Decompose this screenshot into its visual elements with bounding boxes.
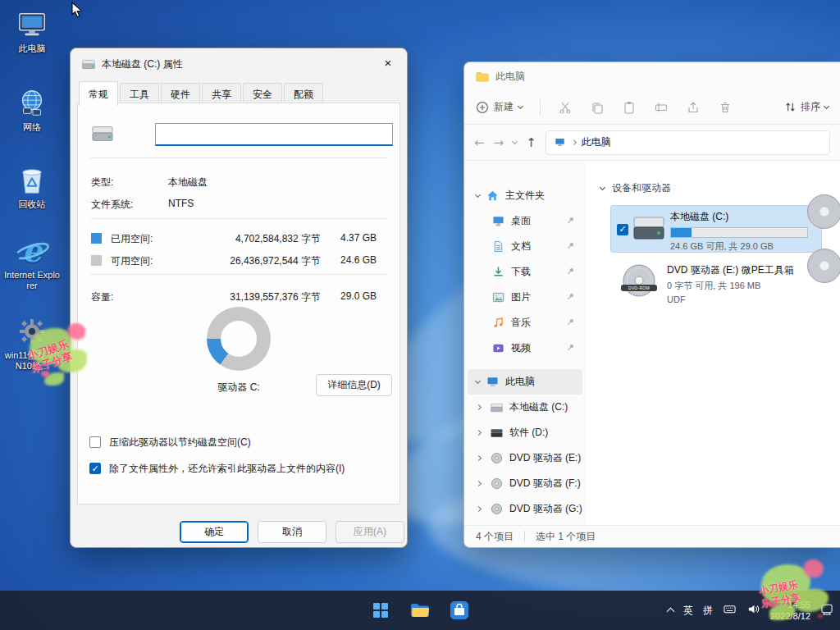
navigation-pane: 主文件夹 桌面 文档 下载 图片 bbox=[464, 162, 586, 525]
explorer-taskbar-icon[interactable] bbox=[404, 594, 436, 627]
touch-keyboard-icon[interactable] bbox=[723, 603, 737, 618]
ime-mode-english[interactable]: 英 bbox=[683, 604, 693, 618]
expand-icon[interactable] bbox=[476, 506, 482, 512]
sidebar-item-dvd-g[interactable]: DVD 驱动器 (G:) bbox=[468, 496, 582, 522]
capacity-label: 容量: bbox=[91, 290, 113, 304]
rename-button[interactable] bbox=[654, 100, 669, 115]
store-taskbar-icon[interactable] bbox=[443, 594, 476, 627]
explorer-titlebar[interactable]: 此电脑 bbox=[464, 62, 840, 90]
details-button[interactable]: 详细信息(D) bbox=[316, 374, 392, 396]
desktop-icon-internet-explorer[interactable]: e Internet Explorer bbox=[3, 235, 61, 291]
internet-explorer-icon: e bbox=[3, 235, 61, 267]
command-bar: 新建 排序 bbox=[464, 90, 840, 125]
music-icon bbox=[492, 317, 504, 329]
expand-icon[interactable] bbox=[475, 191, 481, 197]
sidebar-item-dvd-f[interactable]: DVD 驱动器 (F:) bbox=[468, 471, 582, 496]
expand-icon[interactable] bbox=[475, 377, 481, 383]
used-bytes: 4,702,584,832 字节 bbox=[181, 232, 321, 246]
capacity-size: 29.0 GB bbox=[324, 290, 377, 302]
files-pane: 设备和驱动器 ✓ 本地磁盘 (C:) 24.6 GB 可用, 共 29.0 GB… bbox=[586, 162, 840, 525]
breadcrumb[interactable]: 此电脑 bbox=[582, 135, 611, 149]
back-icon[interactable]: ← bbox=[474, 135, 485, 150]
store-icon bbox=[450, 600, 469, 620]
sidebar-item-downloads[interactable]: 下载 bbox=[468, 259, 582, 285]
explorer-title: 此电脑 bbox=[495, 70, 525, 84]
tray-date: 2022/8/12 bbox=[770, 610, 810, 622]
desktop-icon-recycle-bin[interactable]: 回收站 bbox=[3, 164, 61, 210]
group-header-devices[interactable]: 设备和驱动器 bbox=[600, 181, 840, 195]
clock[interactable]: 14:55 2022/8/12 bbox=[770, 599, 810, 622]
free-bytes: 26,436,972,544 字节 bbox=[181, 254, 321, 268]
sidebar-item-documents[interactable]: 文档 bbox=[468, 234, 582, 259]
index-checkbox[interactable]: ✓ bbox=[89, 463, 101, 474]
type-value: 本地磁盘 bbox=[168, 176, 208, 189]
cancel-button[interactable]: 取消 bbox=[258, 521, 326, 543]
address-bar[interactable]: 此电脑 bbox=[546, 130, 830, 155]
status-divider bbox=[524, 531, 525, 542]
document-icon bbox=[492, 240, 504, 253]
sidebar-item-this-pc[interactable]: 此电脑 bbox=[468, 369, 582, 395]
drive-icon bbox=[92, 125, 113, 145]
used-label: 已用空间: bbox=[111, 232, 153, 246]
sort-button[interactable]: 排序 bbox=[784, 100, 829, 114]
start-button[interactable] bbox=[364, 594, 397, 627]
ime-mode-pinyin[interactable]: 拼 bbox=[703, 604, 713, 618]
desktop-icon-win11-restore[interactable]: win11恢复 WIN10经... bbox=[3, 315, 61, 372]
sidebar-item-home[interactable]: 主文件夹 bbox=[468, 183, 582, 208]
expand-icon[interactable] bbox=[476, 404, 482, 410]
notification-center-icon[interactable] bbox=[820, 603, 833, 618]
share-button[interactable] bbox=[686, 100, 701, 115]
recent-locations-icon[interactable] bbox=[512, 138, 518, 144]
sidebar-item-music[interactable]: 音乐 bbox=[468, 310, 582, 336]
collapse-icon[interactable] bbox=[600, 184, 605, 189]
desktop-icon-network[interactable]: 网络 bbox=[3, 87, 61, 133]
expand-icon[interactable] bbox=[476, 430, 482, 436]
this-pc-icon bbox=[554, 137, 566, 148]
dvd-rom-label: DVD-ROM bbox=[621, 285, 657, 291]
up-icon[interactable]: ↑ bbox=[526, 135, 536, 150]
ok-button[interactable]: 确定 bbox=[180, 521, 249, 543]
partial-item-icon bbox=[807, 194, 840, 229]
new-button[interactable]: 新建 bbox=[476, 100, 523, 114]
properties-dialog: 本地磁盘 (C:) 属性 × 常规 工具 硬件 共享 安全 配额 类型: 本地磁… bbox=[70, 48, 408, 548]
expand-icon[interactable] bbox=[476, 481, 482, 486]
home-icon bbox=[486, 189, 499, 202]
free-label: 可用空间: bbox=[111, 254, 153, 268]
sidebar-item-drive-c[interactable]: 本地磁盘 (C:) bbox=[468, 395, 582, 420]
cut-button[interactable] bbox=[558, 100, 573, 115]
volume-icon[interactable] bbox=[746, 603, 760, 618]
delete-button[interactable] bbox=[718, 100, 733, 115]
pin-icon bbox=[566, 216, 575, 227]
sidebar-item-drive-d[interactable]: 软件 (D:) bbox=[468, 420, 582, 445]
expand-icon[interactable] bbox=[476, 455, 482, 461]
pin-icon bbox=[566, 241, 575, 253]
desktop-icon bbox=[492, 215, 504, 227]
index-checkbox-label: 除了文件属性外，还允许索引此驱动器上文件的内容(I) bbox=[109, 462, 345, 476]
dvd-icon bbox=[491, 477, 503, 490]
paste-button[interactable] bbox=[622, 100, 637, 115]
sidebar-item-dvd-e[interactable]: DVD 驱动器 (E:) bbox=[468, 445, 582, 471]
volume-label-input[interactable] bbox=[155, 123, 393, 146]
tray-time: 14:55 bbox=[770, 599, 810, 610]
drive-c-item[interactable]: ✓ 本地磁盘 (C:) 24.6 GB 可用, 共 29.0 GB bbox=[610, 205, 822, 253]
toolbar-divider bbox=[540, 99, 541, 116]
close-icon[interactable]: × bbox=[370, 49, 406, 77]
videos-icon bbox=[492, 342, 504, 354]
sidebar-item-desktop[interactable]: 桌面 bbox=[468, 208, 582, 234]
tab-general[interactable]: 常规 bbox=[79, 81, 118, 106]
sidebar-item-pictures[interactable]: 图片 bbox=[468, 285, 582, 310]
chevron-down-icon bbox=[824, 103, 829, 108]
dialog-titlebar[interactable]: 本地磁盘 (C:) 属性 bbox=[71, 48, 407, 80]
plus-circle-icon bbox=[476, 101, 489, 114]
item-checkbox[interactable]: ✓ bbox=[617, 224, 628, 235]
sidebar-item-videos[interactable]: 视频 bbox=[468, 336, 582, 361]
forward-icon[interactable]: → bbox=[494, 135, 504, 150]
tray-overflow-icon[interactable] bbox=[667, 608, 675, 616]
dvd-icon bbox=[491, 503, 503, 515]
this-pc-icon bbox=[3, 8, 61, 41]
copy-button[interactable] bbox=[590, 100, 605, 115]
filesystem-label: 文件系统: bbox=[91, 198, 133, 212]
compress-checkbox[interactable] bbox=[89, 436, 101, 448]
desktop-icon-this-pc[interactable]: 此电脑 bbox=[3, 8, 61, 54]
free-swatch bbox=[91, 255, 102, 266]
